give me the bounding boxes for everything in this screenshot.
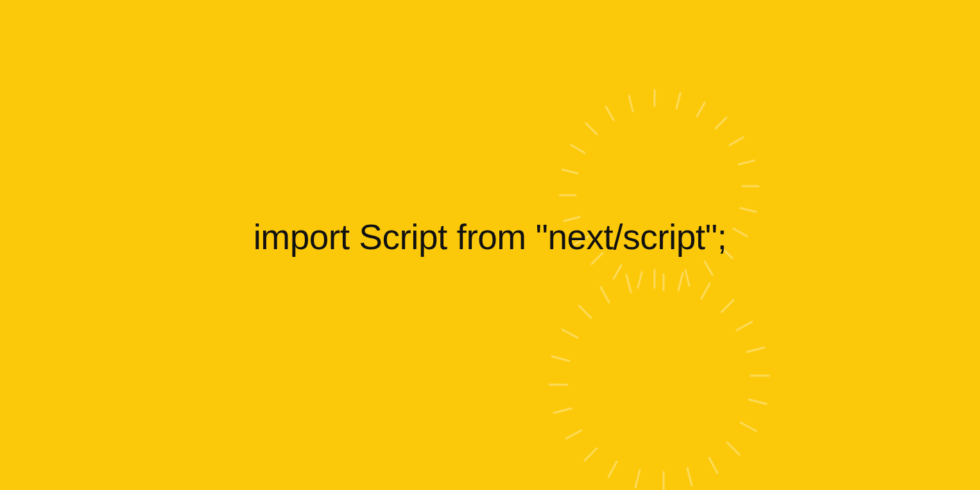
code-snippet-text: import Script from "next/script"; [0,216,980,258]
svg-line-32 [741,423,756,431]
svg-line-23 [629,96,633,111]
svg-line-11 [685,270,689,286]
svg-line-34 [709,458,718,473]
svg-line-21 [586,123,597,134]
svg-line-3 [716,118,726,128]
svg-line-10 [705,261,712,275]
svg-line-39 [585,448,597,460]
svg-line-29 [747,347,764,352]
svg-line-14 [614,265,621,279]
svg-line-41 [554,408,571,413]
svg-line-1 [676,93,680,109]
svg-line-46 [601,287,609,302]
svg-line-5 [739,161,754,164]
svg-line-4 [730,137,743,145]
svg-line-40 [566,430,581,439]
sunburst-decoration-top [539,77,770,308]
svg-line-20 [571,145,585,153]
svg-line-22 [606,107,614,120]
svg-line-13 [638,272,642,288]
svg-line-44 [562,329,578,338]
svg-line-37 [635,470,640,487]
svg-line-27 [721,300,734,312]
svg-line-25 [678,273,683,290]
sunburst-decoration-bottom [526,257,783,490]
svg-line-2 [697,103,705,116]
svg-line-33 [727,442,739,455]
svg-line-28 [737,322,752,330]
svg-line-26 [701,283,710,299]
svg-line-43 [552,356,569,361]
svg-line-45 [579,306,591,318]
svg-line-19 [562,170,578,173]
svg-line-35 [687,468,692,486]
svg-line-38 [608,462,617,477]
svg-line-7 [741,208,756,212]
svg-line-31 [749,399,766,404]
svg-line-47 [626,275,631,292]
